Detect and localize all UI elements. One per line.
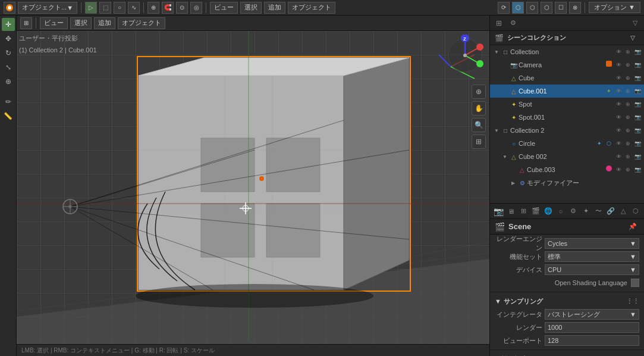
select-menu[interactable]: 選択 (240, 2, 262, 14)
editor-type-icon[interactable]: ⊞ (20, 17, 32, 29)
render-icon-cube002[interactable]: 📷 (633, 152, 642, 161)
eye-icon-spot001[interactable]: 👁 (614, 113, 623, 121)
tree-item-cube[interactable]: ▶ △ Cube 👁 ⊕ 📷 (490, 71, 644, 85)
render-icon-spot001[interactable]: 📷 (633, 113, 642, 121)
detail-section-header[interactable]: ▶ 詳細設定 (490, 352, 644, 356)
tree-item-cube003[interactable]: ▶ △ Cube.003 👁 ⊕ 📷 (490, 163, 644, 176)
collection2-arrow[interactable]: ▼ (492, 126, 501, 135)
eye-icon-cube003[interactable]: 👁 (614, 165, 623, 174)
render-samples-value[interactable]: 1000 (545, 322, 639, 333)
tree-item-camera[interactable]: ▶ 📷 Camera 👁 ⊕ 📷 (490, 58, 644, 71)
view-menu[interactable]: ビュー (210, 2, 238, 14)
zoom-icon[interactable]: 🔍 (472, 118, 486, 132)
physics-tab[interactable]: 〜 (592, 205, 604, 218)
viewport-shade-render[interactable]: ⬡ (541, 2, 552, 14)
add-object-icon[interactable]: ⊕ (472, 85, 486, 99)
blender-logo-icon[interactable] (4, 2, 15, 14)
constraints-tab[interactable]: 🔗 (605, 205, 617, 218)
eye-icon-collection[interactable]: 👁 (614, 48, 623, 56)
cursor-tool-icon[interactable]: ✛ (2, 18, 15, 31)
lasso-select-icon[interactable]: ∿ (128, 2, 140, 14)
xray-icon[interactable]: ☐ (555, 2, 567, 14)
open-shading-checkbox[interactable] (631, 279, 639, 287)
object-props-tab[interactable]: ○ (555, 205, 567, 218)
navigation-gizmo[interactable]: X Y Z (444, 35, 486, 76)
viewport-view-menu[interactable]: ビュー (40, 17, 68, 29)
measure-tool-icon[interactable]: 📏 (2, 110, 15, 123)
circle-select-icon[interactable]: ○ (114, 2, 125, 14)
pivot-icon[interactable]: ◎ (190, 2, 202, 14)
modifier-props-tab[interactable]: ⚙ (567, 205, 579, 218)
sampling-menu-icon[interactable]: ⋮⋮ (626, 298, 639, 305)
viewport-object-menu[interactable]: オブジェクト (118, 17, 165, 29)
tree-item-circle[interactable]: ▶ ○ Circle ✦ ⬡ 👁 ⊕ 📷 (490, 137, 644, 150)
data-tab[interactable]: △ (617, 205, 629, 218)
render-icon-coll2[interactable]: 📷 (633, 126, 642, 135)
filter-icon[interactable]: ▽ (629, 17, 642, 30)
tree-item-cube001[interactable]: ▶ △ Cube.001 ✦ 👁 ⊕ 📷 (490, 85, 644, 98)
material-tab[interactable]: ⬡ (630, 205, 642, 218)
device-dropdown[interactable]: CPU ▼ (545, 264, 639, 275)
eye-icon-spot[interactable]: 👁 (614, 100, 623, 108)
circle-extra-icon1[interactable]: ✦ (595, 139, 604, 148)
transform-tool-icon[interactable]: ⊕ (2, 75, 15, 88)
eye-icon-cube001[interactable]: 👁 (614, 87, 623, 95)
render-props-tab[interactable]: 📷 (492, 205, 504, 218)
tree-item-spot001[interactable]: ▶ ✦ Spot.001 👁 ⊕ 📷 (490, 111, 644, 124)
properties-icon[interactable]: ⚙ (507, 17, 520, 30)
box-select-icon[interactable]: ⬚ (99, 2, 111, 14)
snap-icon[interactable]: 🧲 (162, 2, 174, 14)
render-engine-dropdown[interactable]: Cycles ▼ (545, 238, 639, 249)
cube002-arrow[interactable]: ▼ (501, 152, 509, 161)
render-icon-cube001[interactable]: 📷 (633, 87, 642, 95)
output-props-tab[interactable]: 🖥 (505, 205, 517, 218)
overlay-icon[interactable]: ⊗ (569, 2, 581, 14)
feature-set-dropdown[interactable]: 標準 ▼ (545, 251, 639, 262)
outliner-icon[interactable]: ⊞ (492, 17, 505, 30)
collection-arrow[interactable]: ▼ (492, 48, 501, 56)
viewport-add-menu[interactable]: 追加 (94, 17, 115, 29)
outliner-filter-icon[interactable]: ▽ (626, 32, 639, 45)
render-icon-cube003[interactable]: 📷 (633, 165, 642, 174)
render-icon-camera[interactable]: 📷 (633, 61, 642, 69)
tree-item-modifier[interactable]: ▶ ⚙ モディファイアー (490, 176, 644, 189)
add-menu[interactable]: 追加 (264, 2, 285, 14)
viewport-shade-material[interactable]: ⬡ (526, 2, 538, 14)
viewport-icon-collection[interactable]: ⊕ (624, 48, 632, 56)
integrator-dropdown[interactable]: パストレーシング ▼ (545, 309, 639, 320)
viewport-select-menu[interactable]: 選択 (70, 17, 92, 29)
viewport-icon-circle[interactable]: ⊕ (624, 139, 632, 148)
tree-item-collection[interactable]: ▼ □ Collection 👁 ⊕ 📷 (490, 45, 644, 58)
viewport-icon-spot[interactable]: ⊕ (624, 100, 632, 108)
select-mode-icon[interactable]: ▷ (85, 2, 97, 14)
eye-icon-cube[interactable]: 👁 (614, 74, 623, 82)
viewport-shade-solid[interactable]: ⬡ (512, 2, 524, 14)
circle-extra-icon2[interactable]: ⬡ (605, 139, 613, 148)
sync-icon[interactable]: ⟳ (498, 2, 510, 14)
modifier-arrow[interactable]: ▶ (509, 179, 517, 187)
viewport-icon-cube002[interactable]: ⊕ (624, 152, 632, 161)
eye-icon-cube002[interactable]: 👁 (614, 152, 623, 161)
object-menu[interactable]: オブジェクト (288, 2, 335, 14)
render-icon-cube[interactable]: 📷 (633, 74, 642, 82)
options-button[interactable]: オプション ▼ (589, 2, 640, 13)
move-tool-icon[interactable]: ✥ (2, 32, 15, 45)
scale-tool-icon[interactable]: ⤡ (2, 61, 15, 74)
viewport-samples-value[interactable]: 128 (545, 335, 639, 346)
tree-item-spot[interactable]: ▶ ✦ Spot 👁 ⊕ 📷 (490, 98, 644, 111)
viewport-icon-cube001[interactable]: ⊕ (624, 87, 632, 95)
eye-icon-circle[interactable]: 👁 (614, 139, 623, 148)
3d-viewport[interactable]: X Y Z ユーザー・平行投影 (1) Collection 2 | Cube.… (17, 31, 489, 344)
mode-selector[interactable]: オブジェクト... ▼ (18, 2, 77, 14)
view-layer-tab[interactable]: ⊞ (517, 205, 529, 218)
render-icon-circle[interactable]: 📷 (633, 139, 642, 148)
cube001-extra-icon[interactable]: ✦ (605, 87, 613, 95)
world-props-tab[interactable]: 🌐 (542, 205, 554, 218)
render-icon-collection[interactable]: 📷 (633, 48, 642, 56)
transform-global-icon[interactable]: ⊕ (147, 2, 159, 14)
particles-tab[interactable]: ✦ (580, 205, 592, 218)
eye-icon-camera[interactable]: 👁 (614, 61, 623, 69)
viewport-icon-camera[interactable]: ⊕ (624, 61, 632, 69)
proportional-icon[interactable]: ⊙ (176, 2, 188, 14)
viewport-icon-coll2[interactable]: ⊕ (624, 126, 632, 135)
